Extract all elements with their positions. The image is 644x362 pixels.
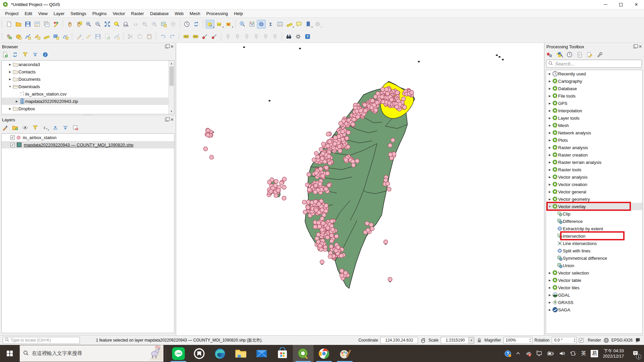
zoom-to-layer-button[interactable] bbox=[122, 20, 130, 28]
layer-labeling-button[interactable]: abc bbox=[182, 32, 191, 41]
field-calculator-button[interactable] bbox=[248, 20, 256, 28]
toolbox-item-interpolation[interactable]: ▶Interpolation bbox=[546, 107, 642, 114]
expander-icon[interactable]: ▶ bbox=[547, 161, 552, 164]
remove-layer-button[interactable] bbox=[72, 124, 79, 131]
statistical-summary-button[interactable]: Σ bbox=[266, 20, 275, 28]
toolbox-item-vector-geometry[interactable]: ▶Vector geometry bbox=[546, 195, 642, 203]
highlight-pinned-labels-button[interactable] bbox=[210, 32, 219, 41]
style-manager-button[interactable] bbox=[52, 20, 60, 28]
rotate-label-button[interactable] bbox=[261, 32, 270, 41]
python-scripts-button[interactable]: ▾ bbox=[556, 51, 563, 58]
toolbar-handle[interactable] bbox=[71, 33, 73, 41]
toolbox-item-gps[interactable]: ▶GPS bbox=[546, 100, 642, 107]
toolbox-item-mesh[interactable]: ▶Mesh bbox=[546, 122, 642, 129]
filter-legend-button[interactable] bbox=[32, 124, 39, 131]
add-feature-button[interactable] bbox=[103, 32, 112, 41]
toolbox-item-network-analysis[interactable]: ▶Network analysis bbox=[546, 129, 642, 136]
processing-toolbox-button[interactable] bbox=[257, 20, 266, 28]
expander-icon[interactable]: ▶ bbox=[547, 95, 552, 98]
magnifier-spinner[interactable]: 100%▲▼ bbox=[503, 337, 532, 344]
maximize-button[interactable] bbox=[613, 0, 629, 9]
expander-icon[interactable]: ▶ bbox=[547, 146, 552, 149]
toggle-editing-button[interactable] bbox=[84, 32, 93, 41]
select-features-button[interactable]: ▾ bbox=[206, 20, 214, 28]
taskbar-search[interactable]: 在這裡輸入文字來搜尋 bbox=[19, 345, 164, 362]
show-map-tips-button[interactable] bbox=[294, 20, 303, 28]
layer-item[interactable]: ✓mapdata202209220943 — COUNTY_MOI_109082… bbox=[2, 141, 174, 148]
browser-item-mapdata202209220943-zip[interactable]: ▶mapdata202209220943.zip bbox=[2, 98, 174, 105]
layer-visibility-checkbox[interactable]: ✓ bbox=[10, 135, 15, 140]
new-shapefile-layer-button[interactable] bbox=[23, 32, 32, 41]
expander-icon[interactable]: ▶ bbox=[547, 294, 552, 297]
redo-button[interactable] bbox=[168, 32, 177, 41]
action-center-icon[interactable]: 1 bbox=[629, 345, 642, 362]
map-canvas[interactable] bbox=[176, 43, 544, 335]
pan-to-selection-button[interactable] bbox=[75, 20, 84, 28]
locate-input[interactable] bbox=[11, 338, 78, 343]
expander-icon[interactable]: ▶ bbox=[547, 109, 552, 112]
options-toolbox-button[interactable] bbox=[596, 51, 603, 58]
scroll-down-icon[interactable]: ▼ bbox=[169, 109, 174, 114]
zoom-native-button[interactable]: 1:1 bbox=[131, 20, 140, 28]
data-source-manager-button[interactable] bbox=[5, 32, 13, 41]
identify-features-button[interactable]: i bbox=[238, 20, 247, 28]
expander-icon[interactable]: ▶ bbox=[547, 139, 552, 142]
expander-icon[interactable]: ▶ bbox=[8, 70, 12, 73]
toolbox-item-vector-creation[interactable]: ▶Vector creation bbox=[546, 181, 642, 188]
qgis-app-taskbar-icon[interactable] bbox=[293, 345, 314, 362]
taskbar-clock[interactable]: 下午 04:33 2022/12/17 bbox=[603, 348, 624, 359]
results-viewer-button[interactable] bbox=[576, 51, 583, 58]
new-project-button[interactable] bbox=[5, 20, 13, 28]
browser-item-contacts[interactable]: ▶Contacts bbox=[2, 68, 174, 75]
ime-language-indicator[interactable]: 英 bbox=[581, 350, 586, 357]
filter-by-expression-button[interactable]: ε▾ bbox=[42, 124, 49, 131]
open-project-button[interactable] bbox=[14, 20, 23, 28]
scale-dropdown-icon[interactable]: ▼ bbox=[468, 337, 474, 344]
expander-icon[interactable]: ▶ bbox=[547, 168, 552, 171]
menu-processing[interactable]: Processing bbox=[203, 10, 231, 17]
filter-browser-button[interactable] bbox=[21, 51, 29, 58]
open-layer-styling-button[interactable] bbox=[1, 124, 9, 131]
expander-icon[interactable]: ▶ bbox=[547, 198, 552, 201]
deselect-features-button[interactable]: ▾ bbox=[224, 20, 233, 28]
save-layer-edits-button[interactable] bbox=[94, 32, 102, 41]
toolbox-item-union[interactable]: Union bbox=[546, 262, 642, 269]
help-tray-icon[interactable]: ? bbox=[504, 350, 511, 357]
undo-button[interactable] bbox=[159, 32, 167, 41]
expander-icon[interactable]: ▶ bbox=[14, 100, 19, 103]
edit-features-in-place-button[interactable] bbox=[586, 51, 593, 58]
toolbox-item-vector-overlay[interactable]: ▼Vector overlay bbox=[546, 203, 642, 210]
show-layout-manager-button[interactable] bbox=[42, 20, 51, 28]
rotation-lock-icon[interactable] bbox=[570, 350, 576, 357]
toolbar-handle[interactable] bbox=[1, 33, 3, 41]
layers-close-icon[interactable]: ✕ bbox=[170, 118, 174, 121]
show-hide-labels-button[interactable] bbox=[243, 32, 251, 41]
zoom-next-button[interactable] bbox=[150, 20, 159, 28]
toolbox-item-gdal[interactable]: ▶GDALGDAL bbox=[546, 291, 642, 299]
toolbox-item-clip[interactable]: Clip bbox=[546, 210, 642, 218]
refresh-browser-button[interactable] bbox=[11, 51, 19, 58]
open-attribute-table-button[interactable] bbox=[276, 20, 284, 28]
menu-plugins[interactable]: Plugins bbox=[89, 10, 110, 17]
zoom-full-button[interactable] bbox=[103, 20, 112, 28]
onedrive-error-icon[interactable] bbox=[525, 350, 531, 357]
layers-float-icon[interactable] bbox=[165, 118, 168, 121]
new-geopackage-layer-button[interactable] bbox=[14, 32, 23, 41]
mouse-position-icon[interactable] bbox=[420, 338, 426, 343]
metasearch-button[interactable] bbox=[294, 32, 303, 41]
layer-item[interactable]: ✓iis_airbox_station bbox=[2, 134, 174, 141]
toolbox-float-icon[interactable] bbox=[633, 45, 637, 48]
browser-item-downloads[interactable]: ▼Downloads bbox=[2, 83, 174, 90]
browser-item-documents[interactable]: ▶Documents bbox=[2, 75, 174, 83]
toolbox-item-symmetrical-difference[interactable]: Symmetrical difference bbox=[546, 254, 642, 262]
expander-icon[interactable]: ▶ bbox=[547, 80, 552, 83]
microsoft-store-taskbar-icon[interactable] bbox=[272, 345, 293, 362]
help-contents-button[interactable]: ? bbox=[303, 32, 312, 41]
menu-raster[interactable]: Raster bbox=[128, 10, 147, 17]
new-raster-layer-button[interactable] bbox=[52, 32, 60, 41]
tray-chevron-icon[interactable] bbox=[516, 351, 520, 356]
toolbox-item-grass[interactable]: ▶GRASS bbox=[546, 299, 642, 306]
expander-icon[interactable]: ▶ bbox=[547, 190, 552, 193]
toolbar-handle[interactable] bbox=[178, 33, 180, 41]
new-spatialite-layer-button[interactable] bbox=[33, 32, 42, 41]
